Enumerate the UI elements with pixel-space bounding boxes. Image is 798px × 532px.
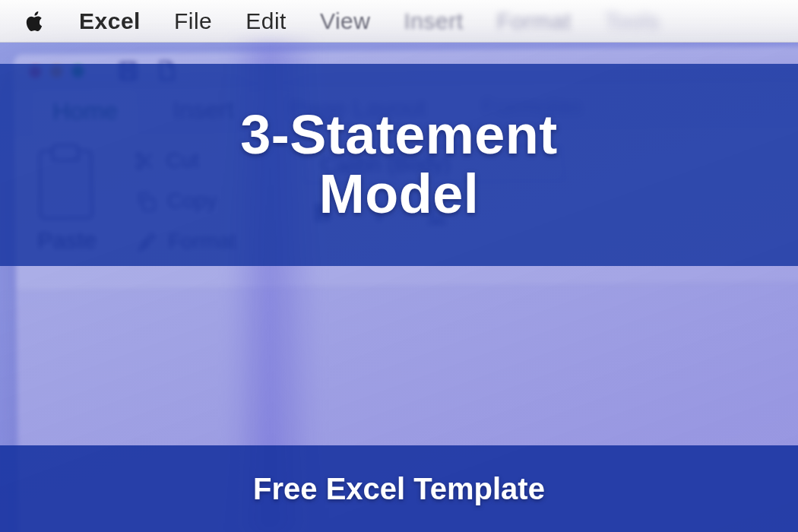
menubar-item-view[interactable]: View (320, 8, 370, 34)
title-banner: 3-Statement Model (0, 64, 798, 266)
title-line-1: 3-Statement (240, 106, 558, 165)
menubar-item-tools[interactable]: Tools (604, 8, 660, 34)
apple-logo-icon (26, 10, 46, 33)
subtitle-banner: Free Excel Template (0, 445, 798, 532)
subtitle-text: Free Excel Template (253, 472, 545, 506)
mac-menubar: Excel File Edit View Insert Format Tools (0, 0, 798, 43)
title-line-2: Model (319, 165, 479, 224)
menubar-item-file[interactable]: File (174, 8, 212, 34)
menubar-item-insert[interactable]: Insert (404, 8, 463, 34)
menubar-item-format[interactable]: Format (496, 8, 571, 34)
menubar-app-name[interactable]: Excel (79, 8, 141, 34)
promo-card: Excel File Edit View Insert Format Tools… (0, 0, 798, 532)
menubar-item-edit[interactable]: Edit (245, 8, 287, 34)
